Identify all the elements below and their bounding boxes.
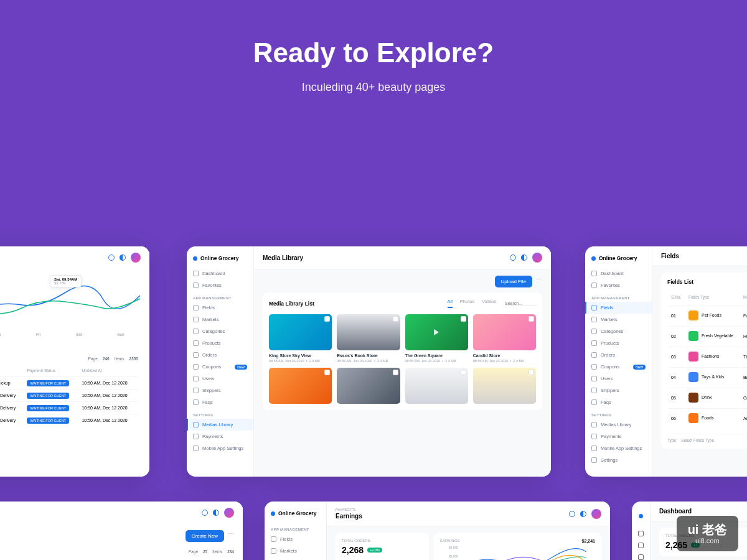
- checkbox-icon[interactable]: [529, 370, 534, 375]
- create-button[interactable]: Create New: [186, 530, 224, 542]
- nav-coupons[interactable]: CouponsNEW: [585, 361, 652, 373]
- card-discounts: Create New ⋯ Page25 Items234 DiscountDes…: [0, 502, 243, 560]
- nav-payments[interactable]: Payments: [187, 431, 253, 442]
- hero-subtitle: Inculeding 40+ beauty pages: [0, 81, 747, 94]
- nav-categories[interactable]: Categories: [187, 325, 253, 337]
- nav-payments[interactable]: Payments: [585, 431, 652, 442]
- table-row[interactable]: 01Pet FoodsFun Kr: [669, 306, 747, 325]
- avatar[interactable]: [532, 253, 542, 263]
- table-row[interactable]: 05DrinkGreen: [669, 388, 747, 407]
- nav-products[interactable]: Products: [585, 337, 652, 349]
- media-item[interactable]: The Green Square08:55 AM, Jun 23 2020 • …: [405, 314, 468, 363]
- faqs-icon: [591, 399, 597, 405]
- theme-icon[interactable]: [213, 510, 219, 516]
- table-row[interactable]: Pay on PickupWAITING FOR CLIENT10:50 AM,…: [0, 377, 138, 390]
- fields-table: S.No.Fields TypeMarket 01Pet FoodsFun Kr…: [667, 289, 747, 429]
- theme-icon[interactable]: [580, 511, 586, 517]
- nav-mobile[interactable]: Mobile App Settings: [585, 442, 652, 454]
- coupons-icon: [591, 364, 597, 370]
- media-item[interactable]: [337, 368, 400, 404]
- media-item[interactable]: King Store Sky View08:55 AM, Jun 23 2020…: [269, 314, 332, 363]
- checkbox-icon[interactable]: [529, 316, 534, 322]
- search-input[interactable]: [505, 301, 536, 306]
- brand-logo[interactable]: Online Grocery: [265, 508, 326, 523]
- nav-orders[interactable]: Orders: [585, 349, 652, 361]
- media-item[interactable]: [269, 368, 332, 404]
- nav-faqs[interactable]: Faqs: [585, 396, 652, 408]
- nav-fields[interactable]: Fields: [585, 302, 652, 314]
- checkbox-icon[interactable]: [461, 370, 466, 375]
- nav-products[interactable]: Products: [187, 337, 253, 349]
- notif-icon[interactable]: [202, 510, 208, 516]
- nav-categories[interactable]: Categories: [265, 557, 326, 560]
- table-row[interactable]: Cash on DeliveryWAITING FOR CLIENT10:50 …: [0, 414, 138, 427]
- shippers-icon: [193, 388, 199, 393]
- nav-fields[interactable]: Fields: [187, 302, 253, 314]
- nav-favorites[interactable]: Favorites: [585, 279, 652, 291]
- notif-icon[interactable]: [108, 254, 115, 261]
- upload-button[interactable]: Upload File: [495, 276, 532, 287]
- payment-table: MethodPayment StatusUpdated At Pay on Pi…: [0, 365, 138, 426]
- table-row[interactable]: 03FashionsThe Co: [669, 347, 747, 366]
- checkbox-icon[interactable]: [393, 316, 398, 322]
- sidebar: Online Grocery Dashboard Favorites APP M…: [585, 246, 652, 477]
- dashboard-icon[interactable]: [638, 531, 644, 536]
- avatar[interactable]: [131, 253, 141, 263]
- notif-icon[interactable]: [569, 511, 575, 517]
- tab-photos[interactable]: Photos: [460, 299, 474, 308]
- faqs-icon: [193, 399, 199, 405]
- table-row[interactable]: Cash on DeliveryWAITING FOR CLIENT10:50 …: [0, 402, 138, 414]
- nav-faqs[interactable]: Faqs: [187, 396, 253, 408]
- table-row[interactable]: 06FoodsAsia Fo: [669, 408, 747, 427]
- filter-select[interactable]: Select Fields Type: [681, 438, 714, 442]
- table-row[interactable]: Cash on DeliveryWAITING FOR CLIENT10:50 …: [0, 390, 138, 402]
- nav-users[interactable]: Users: [585, 373, 652, 385]
- heart-icon[interactable]: [638, 543, 644, 548]
- tab-videos[interactable]: Videos: [482, 299, 496, 308]
- page-title: Dashboard: [659, 508, 692, 515]
- card-media-library: Online Grocery Dashboard Favorites APP M…: [187, 246, 551, 477]
- nav-categories[interactable]: Categories: [585, 325, 652, 337]
- nav-shippers[interactable]: Shippers: [187, 385, 253, 396]
- nav-fields[interactable]: Fields: [265, 533, 326, 545]
- nav-dashboard[interactable]: Dashboard: [585, 268, 652, 279]
- nav-media[interactable]: Medias Library: [187, 419, 253, 431]
- media-item[interactable]: Essos's Book Store08:55 AM, Jun 23 2020 …: [337, 314, 400, 363]
- nav-media[interactable]: Medias Library: [585, 419, 652, 431]
- table-row[interactable]: 04Toys & KidsBubbut: [669, 367, 747, 386]
- nav-orders[interactable]: Orders: [187, 349, 253, 361]
- nav-markets[interactable]: Markets: [265, 545, 326, 557]
- stat-value: $2,241: [582, 539, 595, 543]
- checkbox-icon[interactable]: [393, 370, 398, 375]
- theme-icon[interactable]: [521, 254, 527, 261]
- more-icon[interactable]: ⋯: [228, 530, 234, 542]
- nav-settings[interactable]: Settings: [585, 454, 652, 466]
- nav-mobile[interactable]: Mobile App Settings: [187, 442, 253, 454]
- fields-icon[interactable]: [638, 554, 644, 560]
- nav-dashboard[interactable]: Dashboard: [187, 268, 253, 279]
- nav-users[interactable]: Users: [187, 373, 253, 385]
- nav-coupons[interactable]: CouponsNEW: [187, 361, 253, 373]
- notif-icon[interactable]: [510, 254, 516, 261]
- brand-logo[interactable]: Online Grocery: [585, 253, 652, 268]
- page-title: Fields: [661, 253, 679, 259]
- avatar[interactable]: [591, 509, 601, 519]
- avatar[interactable]: [224, 508, 234, 518]
- theme-icon[interactable]: [120, 254, 126, 261]
- table-row[interactable]: 02Fresh VegetableHundre: [669, 326, 747, 345]
- heart-icon: [591, 282, 597, 288]
- nav-shippers[interactable]: Shippers: [585, 385, 652, 396]
- more-icon[interactable]: ⋯: [536, 276, 542, 287]
- nav-favorites[interactable]: Favorites: [187, 279, 253, 291]
- tab-all[interactable]: All: [448, 299, 453, 308]
- checkbox-icon[interactable]: [461, 316, 466, 322]
- checkbox-icon[interactable]: [324, 370, 330, 375]
- brand-logo[interactable]: Online Grocery: [187, 253, 253, 268]
- media-item[interactable]: [405, 368, 468, 404]
- nav-markets[interactable]: Markets: [585, 314, 652, 325]
- media-item[interactable]: Candid Store08:55 AM, Jun 23 2020 • 2.4 …: [473, 314, 536, 363]
- stat-label: TOTAL ORDERS: [342, 539, 423, 543]
- nav-markets[interactable]: Markets: [187, 314, 253, 325]
- media-item[interactable]: [473, 368, 536, 404]
- checkbox-icon[interactable]: [324, 316, 330, 322]
